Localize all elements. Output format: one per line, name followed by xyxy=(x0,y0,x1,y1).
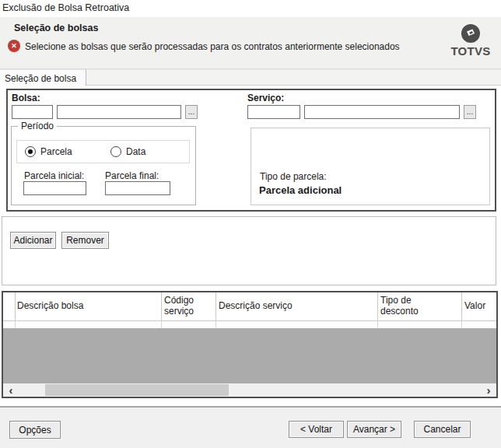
totvs-logo-text: TOTVS xyxy=(450,44,492,58)
periodo-groupbox: Período Parcela Data Parcela inicial: Pa… xyxy=(11,126,196,205)
bolsa-desc-input[interactable] xyxy=(57,105,181,119)
periodo-legend: Período xyxy=(18,121,57,131)
grid-horizontal-scrollbar[interactable]: ‹ › xyxy=(3,383,496,397)
tab-selecao-de-bolsa[interactable]: Seleção de bolsa xyxy=(0,69,86,86)
radio-parcela-circle[interactable] xyxy=(25,146,36,157)
radio-parcela-label: Parcela xyxy=(40,146,72,157)
parcela-final-label: Parcela final: xyxy=(105,170,159,181)
grid-header-codigo-servico: Código serviço xyxy=(162,292,216,321)
servico-browse-button[interactable]: ... xyxy=(464,105,476,119)
bolsa-label: Bolsa: xyxy=(12,93,40,103)
grid-header-descricao-bolsa: Descrição bolsa xyxy=(16,292,162,321)
grid-empty-row xyxy=(3,321,496,328)
header-message: Selecione as bolsas que serão processada… xyxy=(25,41,400,52)
opcoes-button[interactable]: Opções xyxy=(9,421,61,439)
tipo-parcela-label: Tipo de parcela: xyxy=(260,171,327,182)
servico-desc-input[interactable] xyxy=(304,105,460,119)
periodo-radio-box: Parcela Data xyxy=(16,140,190,163)
radio-parcela[interactable]: Parcela xyxy=(25,146,72,157)
grid-empty-area xyxy=(3,328,496,383)
bolsas-grid: Descrição bolsa Código serviço Descrição… xyxy=(2,291,498,398)
voltar-button[interactable]: < Voltar xyxy=(289,421,344,438)
tab-strip-filler xyxy=(86,69,501,86)
avancar-button[interactable]: Avançar > xyxy=(347,421,401,438)
grid-header-row: Descrição bolsa Código serviço Descrição… xyxy=(3,292,496,321)
scroll-left-icon[interactable]: ‹ xyxy=(5,383,17,397)
grid-header-selector xyxy=(3,292,16,321)
radio-data-label: Data xyxy=(126,146,145,157)
totvs-logo-icon xyxy=(461,23,481,44)
footer-bar: Opções < Voltar Avançar > Cancelar xyxy=(0,408,501,448)
scrollbar-thumb[interactable] xyxy=(45,384,229,396)
parcela-inicial-input[interactable] xyxy=(23,181,86,195)
grid-header-tipo-desconto: Tipo de desconto xyxy=(378,292,462,321)
grid-header-valor: Valor xyxy=(462,292,496,321)
cancelar-button[interactable]: Cancelar xyxy=(414,421,471,438)
wizard-header: Seleção de bolsas ✕ Selecione as bolsas … xyxy=(0,17,501,69)
tipo-parcela-value: Parcela adicional xyxy=(259,184,342,196)
remover-button[interactable]: Remover xyxy=(61,232,109,249)
totvs-logo: TOTVS xyxy=(450,23,492,58)
bolsa-browse-button[interactable]: ... xyxy=(185,105,198,119)
error-icon: ✕ xyxy=(8,40,20,52)
window-title: Exclusão de Bolsa Retroativa xyxy=(2,2,129,13)
selection-form-box: Bolsa: ... Serviço: ... Período Parcela … xyxy=(6,89,496,212)
scroll-right-icon[interactable]: › xyxy=(482,383,495,397)
bolsa-code-input[interactable] xyxy=(12,105,53,119)
actions-panel: Adicionar Remover xyxy=(2,216,496,285)
radio-data-circle[interactable] xyxy=(110,146,121,157)
parcela-inicial-label: Parcela inicial: xyxy=(24,170,84,181)
header-heading: Seleção de bolsas xyxy=(14,23,98,33)
adicionar-button[interactable]: Adicionar xyxy=(10,232,56,249)
parcela-final-input[interactable] xyxy=(105,181,170,195)
servico-label: Serviço: xyxy=(247,93,284,103)
tab-strip: Seleção de bolsa xyxy=(0,69,501,86)
radio-data[interactable]: Data xyxy=(110,146,145,157)
servico-code-input[interactable] xyxy=(247,105,300,119)
grid-header-descricao-servico: Descrição serviço xyxy=(216,292,378,321)
tipo-parcela-box: Tipo de parcela: Parcela adicional xyxy=(250,128,490,205)
